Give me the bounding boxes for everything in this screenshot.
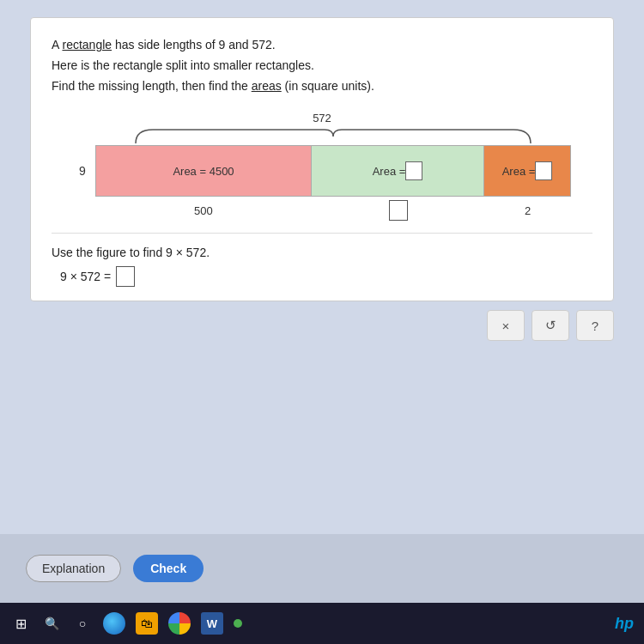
bottom-label-orange: 2: [484, 200, 571, 221]
segment-pink: Area = 4500: [96, 146, 312, 196]
brace-label: 572: [313, 112, 331, 125]
buttons-area: × ↺ ?: [30, 310, 614, 341]
problem-card: A rectangle has side lengths of 9 and 57…: [30, 17, 614, 301]
rectangle-link: rectangle: [62, 38, 112, 52]
bottom-labels-row: 500 2: [73, 200, 571, 221]
circle-icon[interactable]: ○: [72, 613, 93, 634]
windows-icon[interactable]: ⊞: [10, 613, 31, 634]
side-label: 9: [73, 145, 92, 197]
use-figure: Use the figure to find 9 × 572.: [52, 246, 592, 259]
brace-row: [73, 126, 571, 145]
explanation-button[interactable]: Explanation: [26, 555, 121, 582]
main-content: A rectangle has side lengths of 9 and 57…: [0, 0, 644, 534]
chrome-icon[interactable]: [168, 612, 191, 635]
help-button[interactable]: ?: [576, 310, 614, 341]
bottom-label-pink: 500: [95, 200, 312, 221]
area-orange-input[interactable]: [535, 161, 552, 180]
bottom-green-input[interactable]: [389, 200, 408, 221]
problem-line3-suffix: (in square units).: [282, 79, 374, 93]
bottom-label-green: [312, 200, 484, 221]
brace-svg: [127, 126, 539, 145]
check-button[interactable]: Check: [133, 555, 204, 582]
edge-icon[interactable]: [103, 612, 125, 635]
search-icon[interactable]: 🔍: [41, 613, 62, 634]
indicator-dot: [234, 619, 242, 628]
shop-icon[interactable]: 🛍: [136, 612, 158, 635]
problem-line1-prefix: A: [52, 38, 62, 52]
area-pink-label: Area = 4500: [173, 165, 234, 178]
x-button[interactable]: ×: [487, 310, 525, 341]
bottom-bar: Explanation Check: [0, 534, 644, 603]
hp-logo: hp: [615, 615, 634, 633]
divider: [52, 233, 592, 234]
taskbar: ⊞ 🔍 ○ 🛍 W hp: [0, 603, 644, 644]
areas-link: areas: [252, 79, 282, 93]
rectangles: Area = 4500 Area = Area =: [95, 145, 571, 197]
area-orange-label: Area =: [502, 165, 536, 178]
equation-text: 9 × 572 =: [60, 270, 111, 283]
area-green-label: Area =: [373, 165, 406, 178]
equation-row: 9 × 572 =: [60, 266, 592, 287]
bottom-labels: 500 2: [95, 200, 571, 221]
problem-text: A rectangle has side lengths of 9 and 57…: [52, 35, 592, 96]
rect-row: 9 Area = 4500 Area = Area =: [73, 145, 571, 197]
segment-green: Area =: [312, 146, 484, 196]
area-green-input[interactable]: [405, 161, 422, 180]
undo-button[interactable]: ↺: [532, 310, 569, 341]
diagram: 572 9 Area = 4500 Area =: [52, 112, 592, 221]
problem-line2: Here is the rectangle split into smaller…: [52, 58, 314, 72]
word-icon[interactable]: W: [201, 612, 223, 635]
equation-answer-input[interactable]: [116, 266, 135, 287]
problem-line3-prefix: Find the missing length, then find the: [52, 79, 252, 93]
problem-line1-suffix: has side lengths of 9 and 572.: [112, 38, 276, 52]
segment-orange: Area =: [484, 146, 570, 196]
